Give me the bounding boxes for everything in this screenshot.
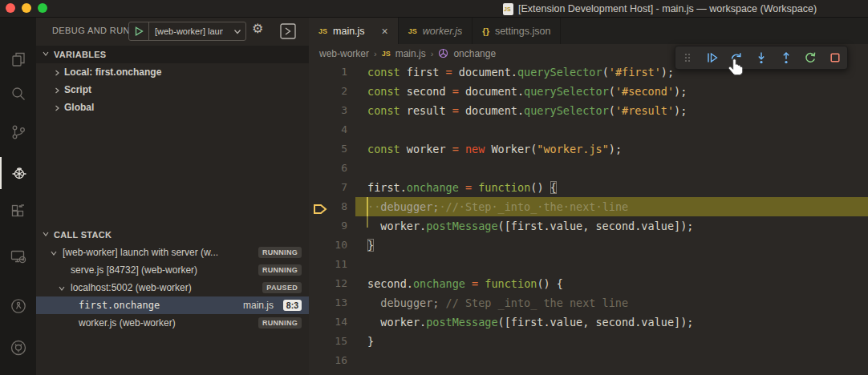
activity-bar-source-control-icon[interactable]: [0, 116, 36, 148]
code-line[interactable]: 9 worker.postMessage([first.value, secon…: [309, 216, 868, 236]
code-line[interactable]: 8··debugger;·//·Step·_into_·the·next·lin…: [309, 197, 868, 216]
debug-stop-button[interactable]: [828, 50, 842, 65]
launch-config-dropdown[interactable]: [web-worker] laun: [128, 22, 246, 41]
code-line[interactable]: 15}: [309, 332, 868, 351]
debug-console-icon[interactable]: [279, 22, 297, 43]
code-line[interactable]: 11: [309, 255, 868, 274]
debug-toolbar: [675, 46, 848, 70]
tab-close-icon[interactable]: ×: [382, 26, 388, 37]
breadcrumb-item[interactable]: main.js: [395, 48, 426, 59]
frame-file-label: main.js: [243, 300, 274, 311]
call-stack-row[interactable]: serve.js [84732] (web-worker)RUNNING: [36, 261, 309, 279]
debug-step-out-button[interactable]: [779, 50, 793, 65]
js-file-icon: JS: [382, 50, 391, 58]
variables-item[interactable]: Global: [36, 99, 309, 116]
code-line[interactable]: 12second.onchange = function() {: [309, 274, 868, 293]
line-number[interactable]: 7: [309, 178, 347, 197]
code-line[interactable]: 17worker.onmessage = function(e) {: [309, 370, 868, 375]
editor-group: JSmain.js×JSworker.js{}settings.json web…: [309, 18, 868, 375]
line-number[interactable]: 2: [309, 82, 347, 101]
panel-title: DEBUG AND RUN: [52, 26, 130, 35]
call-stack-row[interactable]: localhost:5002 (web-worker)PAUSED: [36, 279, 309, 296]
code-line[interactable]: 13 debugger; // Step _into_ the next lin…: [309, 293, 868, 312]
window-title: [Extension Development Host] - main.js —…: [518, 3, 817, 14]
debug-continue-button[interactable]: [706, 50, 720, 65]
tab-bar: JSmain.js×JSworker.js{}settings.json: [309, 18, 868, 44]
debug-sidebar: DEBUG AND RUN [web-worker] laun ⚙ VARIAB…: [36, 18, 309, 375]
line-number[interactable]: 10: [309, 236, 347, 255]
breadcrumb-item[interactable]: web-worker: [319, 48, 369, 59]
chevron-down-icon: [58, 284, 66, 295]
line-number[interactable]: 3: [309, 101, 347, 120]
symbol-onchange-icon: [438, 48, 448, 58]
tab-worker.js[interactable]: JSworker.js: [399, 18, 473, 44]
toolbar-drag-handle[interactable]: [681, 50, 695, 65]
status-badge: RUNNING: [258, 317, 302, 329]
line-number[interactable]: 4: [309, 120, 347, 139]
titlebar: JS [Extension Development Host] - main.j…: [0, 0, 868, 18]
code-line[interactable]: 5const worker = new Worker("worker.js");: [309, 139, 868, 159]
launch-config-label: [web-worker] laun: [149, 26, 223, 36]
variables-item[interactable]: Local: first.onchange: [36, 63, 309, 81]
line-number[interactable]: 9: [309, 216, 347, 236]
breadcrumb-item[interactable]: onchange: [453, 48, 496, 59]
sidebar-toolbar: DEBUG AND RUN [web-worker] laun ⚙: [36, 18, 309, 46]
status-badge: RUNNING: [258, 264, 302, 276]
activity-bar: [0, 18, 36, 375]
line-number[interactable]: 15: [309, 332, 347, 351]
gear-icon[interactable]: ⚙: [252, 21, 263, 36]
activity-bar-live-share-icon[interactable]: [0, 290, 36, 322]
line-number[interactable]: 14: [309, 312, 347, 332]
code-editor[interactable]: 1const first = document.querySelector('#…: [309, 62, 868, 375]
mouse-cursor-hand-icon: [727, 58, 746, 83]
activity-bar-remote-explorer-icon[interactable]: [0, 240, 36, 272]
start-debug-icon[interactable]: [129, 22, 149, 40]
code-line[interactable]: 4: [309, 120, 868, 139]
activity-bar-explorer-icon[interactable]: [0, 43, 36, 75]
code-line[interactable]: 2const second = document.querySelector('…: [309, 82, 868, 101]
title-file-icon: JS: [503, 3, 513, 15]
chevron-right-icon: [53, 86, 61, 97]
line-number[interactable]: 16: [309, 351, 347, 370]
line-number[interactable]: 5: [309, 139, 347, 159]
code-line[interactable]: 6: [309, 159, 868, 178]
tab-main.js[interactable]: JSmain.js×: [309, 18, 399, 44]
line-number[interactable]: 17: [309, 370, 347, 375]
debug-restart-button[interactable]: [804, 50, 817, 65]
code-line[interactable]: 3const result = document.querySelector('…: [309, 101, 868, 120]
json-braces-icon: {}: [482, 26, 489, 36]
line-number[interactable]: 13: [309, 293, 347, 312]
call-stack-row[interactable]: first.onchangemain.js8:3: [36, 296, 309, 314]
window-zoom-button[interactable]: [38, 3, 47, 13]
status-badge: PAUSED: [262, 282, 302, 293]
code-line[interactable]: 10}: [309, 236, 868, 255]
activity-bar-search-icon[interactable]: [0, 78, 36, 110]
variables-section-header[interactable]: VARIABLES: [36, 46, 309, 63]
chevron-right-icon: [53, 103, 61, 115]
code-line[interactable]: 7first.onchange = function() {: [309, 178, 868, 197]
breadcrumb-separator: ›: [374, 49, 377, 58]
code-line[interactable]: 14 worker.postMessage([first.value, seco…: [309, 312, 868, 332]
window-minimize-button[interactable]: [22, 3, 31, 13]
line-number[interactable]: 8: [309, 197, 347, 216]
variables-item[interactable]: Script: [36, 81, 309, 99]
activity-bar-github-icon[interactable]: [0, 332, 36, 364]
debug-step-into-button[interactable]: [755, 50, 769, 65]
chevron-down-icon: [42, 50, 50, 59]
code-line[interactable]: 16: [309, 351, 868, 370]
line-number[interactable]: 11: [309, 255, 347, 274]
line-number[interactable]: 6: [309, 159, 347, 178]
activity-bar-extensions-icon[interactable]: [0, 196, 36, 228]
vscode-window: JS [Extension Development Host] - main.j…: [0, 0, 868, 375]
js-file-icon: JS: [408, 27, 417, 35]
breadcrumb-separator: ›: [431, 49, 434, 58]
call-stack-row[interactable]: worker.js (web-worker)RUNNING: [36, 314, 309, 332]
activity-bar-run-and-debug-icon[interactable]: [0, 157, 36, 189]
line-number[interactable]: 12: [309, 274, 347, 293]
tab-settings.json[interactable]: {}settings.json: [473, 18, 561, 44]
window-close-button[interactable]: [6, 3, 15, 13]
line-number[interactable]: 1: [309, 62, 347, 82]
call-stack-section-header[interactable]: CALL STACK: [36, 226, 309, 244]
call-stack-row[interactable]: [web-worker] launch with server (w...RUN…: [36, 244, 309, 261]
frame-position-badge: 8:3: [283, 300, 302, 311]
